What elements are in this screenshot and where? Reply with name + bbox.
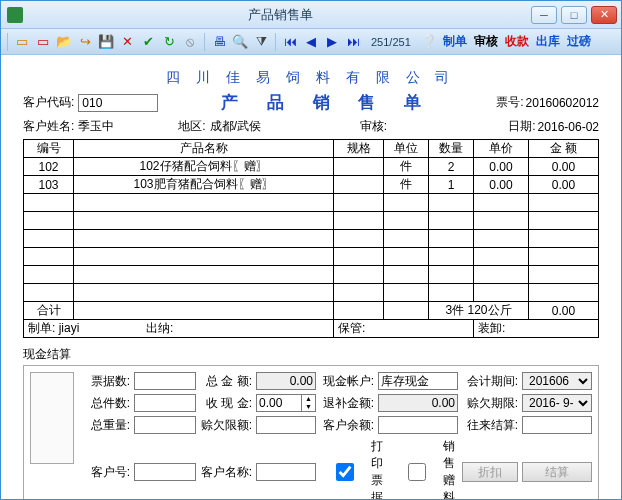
- custno-label: 客户号:: [82, 463, 130, 481]
- minimize-button[interactable]: ─: [531, 6, 557, 24]
- cashier-label: 出纳:: [146, 321, 173, 335]
- help-icon[interactable]: ❔: [420, 33, 438, 51]
- first-icon[interactable]: ⏮: [281, 33, 299, 51]
- custname-input[interactable]: [256, 463, 316, 481]
- filter-icon[interactable]: ⧩: [252, 33, 270, 51]
- titlebar: 产品销售单 ─ □ ✕: [1, 1, 621, 29]
- cell-amt: 0.00: [529, 176, 599, 194]
- ticket-cnt-input[interactable]: [134, 372, 196, 390]
- close-button[interactable]: ✕: [591, 6, 617, 24]
- code-label: 客户代码:: [23, 94, 74, 111]
- cell-no: 103: [24, 176, 74, 194]
- total-row: 合计 3件 120公斤 0.00: [24, 302, 599, 320]
- custno-input[interactable]: [134, 463, 196, 481]
- maximize-button[interactable]: □: [561, 6, 587, 24]
- cell-qty: 2: [429, 158, 474, 176]
- print-checkbox[interactable]: [324, 463, 366, 481]
- gift-label: 销售赠料: [443, 438, 458, 499]
- table-row-empty[interactable]: [24, 284, 599, 302]
- cash-acct-input[interactable]: [378, 372, 458, 390]
- due-select[interactable]: 2016- 9- 2: [522, 394, 592, 412]
- ticket-value: 20160602012: [526, 96, 599, 110]
- cell-name: 102仔猪配合饲料〖赠〗: [74, 158, 334, 176]
- recv-input[interactable]: [256, 394, 302, 412]
- tag-weigh[interactable]: 过磅: [565, 33, 593, 50]
- tag-pay[interactable]: 收款: [503, 33, 531, 50]
- refresh-icon[interactable]: ↻: [160, 33, 178, 51]
- save-icon[interactable]: 💾: [97, 33, 115, 51]
- window-buttons: ─ □ ✕: [531, 6, 617, 24]
- col-no: 编号: [24, 140, 74, 158]
- customer-name: 季玉中: [78, 118, 148, 135]
- cell-amt: 0.00: [529, 158, 599, 176]
- total-qty: 3件 120公斤: [429, 302, 529, 320]
- prev-icon[interactable]: ◀: [302, 33, 320, 51]
- window-title: 产品销售单: [29, 6, 531, 24]
- tag-make[interactable]: 制单: [441, 33, 469, 50]
- next-icon[interactable]: ▶: [323, 33, 341, 51]
- cash-box: 票据数: 总 金 额: 现金帐户: 会计期间: 201606 总件数: 收 现 …: [23, 365, 599, 499]
- cell-no: 102: [24, 158, 74, 176]
- tag-out[interactable]: 出库: [534, 33, 562, 50]
- total-label: 合计: [24, 302, 74, 320]
- new-icon[interactable]: ▭: [13, 33, 31, 51]
- cash-grid: 票据数: 总 金 额: 现金帐户: 会计期间: 201606 总件数: 收 现 …: [82, 372, 592, 499]
- cash-acct-label: 现金帐户:: [320, 372, 374, 390]
- last-icon[interactable]: ⏭: [344, 33, 362, 51]
- open-icon[interactable]: 📂: [55, 33, 73, 51]
- table-row-empty[interactable]: [24, 212, 599, 230]
- cell-spec: [334, 158, 384, 176]
- table-row-empty[interactable]: [24, 266, 599, 284]
- due-label: 赊欠期限:: [462, 394, 518, 412]
- back-input[interactable]: [522, 416, 592, 434]
- period-select[interactable]: 201606: [522, 372, 592, 390]
- spin-up-icon[interactable]: ▲: [302, 395, 315, 403]
- total-amt-label: 总 金 额:: [200, 372, 252, 390]
- table-row[interactable]: 102102仔猪配合饲料〖赠〗件20.000.00: [24, 158, 599, 176]
- table-row[interactable]: 103103肥育猪配合饲料〖赠〗件10.000.00: [24, 176, 599, 194]
- credit-limit-label: 赊欠限额:: [200, 416, 252, 434]
- cell-spec: [334, 176, 384, 194]
- name-label: 客户姓名:: [23, 118, 74, 135]
- credit-limit-input[interactable]: [256, 416, 316, 434]
- period-label: 会计期间:: [462, 372, 518, 390]
- customer-code-input[interactable]: [78, 94, 158, 112]
- toolbar-sep: [275, 33, 276, 51]
- balance-label: 客户余额:: [320, 416, 374, 434]
- table-row-empty[interactable]: [24, 194, 599, 212]
- weight-input[interactable]: [134, 416, 196, 434]
- signature-row: 制单: jiayi 出纳: 保管: 装卸:: [24, 320, 599, 338]
- pieces-label: 总件数:: [82, 394, 130, 412]
- check-icon[interactable]: ✔: [139, 33, 157, 51]
- gift-checkbox[interactable]: [396, 463, 438, 481]
- date-label: 日期:: [508, 118, 535, 135]
- weight-label: 总重量:: [82, 416, 130, 434]
- delete-icon[interactable]: ✕: [118, 33, 136, 51]
- spin-down-icon[interactable]: ▼: [302, 403, 315, 411]
- print-label: 打印票据: [371, 438, 386, 499]
- arrow-icon[interactable]: ↪: [76, 33, 94, 51]
- tag-audit[interactable]: 审核: [472, 33, 500, 50]
- ticket-label: 票号:: [496, 94, 523, 111]
- table-row-empty[interactable]: [24, 248, 599, 266]
- region-label: 地区:: [178, 118, 205, 135]
- toolbar-sep: [204, 33, 205, 51]
- stop-icon[interactable]: ⦸: [181, 33, 199, 51]
- new2-icon[interactable]: ▭: [34, 33, 52, 51]
- search-icon[interactable]: 🔍: [231, 33, 249, 51]
- pieces-input[interactable]: [134, 394, 196, 412]
- cell-price: 0.00: [474, 158, 529, 176]
- table-row-empty[interactable]: [24, 230, 599, 248]
- settle-button[interactable]: 结算: [522, 462, 592, 482]
- region-value: 成都/武侯: [210, 118, 300, 135]
- col-name: 产品名称: [74, 140, 334, 158]
- total-amt: 0.00: [529, 302, 599, 320]
- discount-button[interactable]: 折扣: [462, 462, 518, 482]
- balance-input[interactable]: [378, 416, 458, 434]
- record-counter: 251/251: [365, 36, 417, 48]
- col-qty: 数量: [429, 140, 474, 158]
- refund-input: [378, 394, 458, 412]
- print-icon[interactable]: 🖶: [210, 33, 228, 51]
- recv-spinner[interactable]: ▲▼: [256, 394, 316, 412]
- table-header-row: 编号 产品名称 规格 单位 数量 单价 金 额: [24, 140, 599, 158]
